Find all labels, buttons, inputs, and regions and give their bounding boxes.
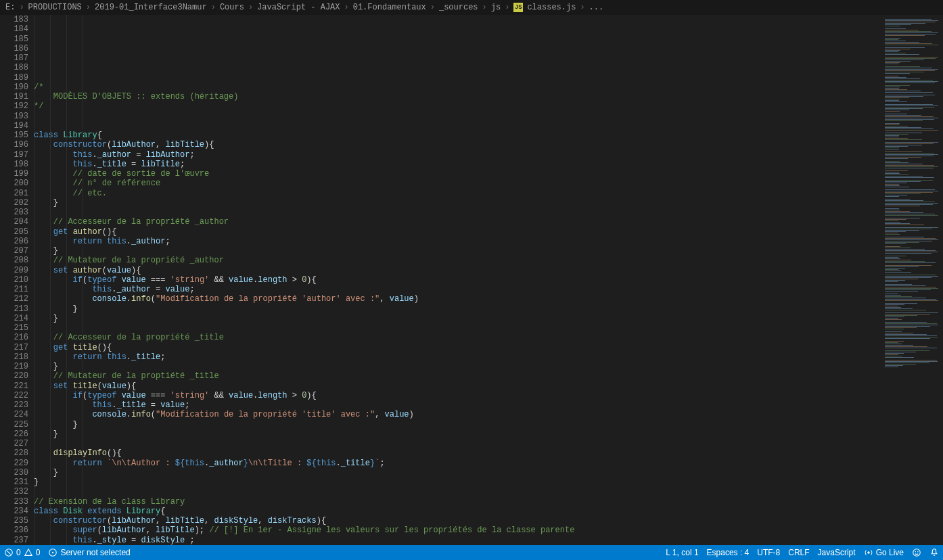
code-line[interactable]: /* [34,83,881,92]
breadcrumb-segment[interactable]: _sources [439,0,478,15]
line-number[interactable]: 218 [0,352,28,362]
line-number[interactable]: 206 [0,237,28,246]
code-line[interactable]: if(typeof value === 'string' && value.le… [34,275,881,285]
line-number[interactable]: 223 [0,400,28,410]
breadcrumb[interactable]: E:›PRODUCTIONS›2019-01_Interface3Namur›C… [0,0,943,15]
code-line[interactable] [34,208,881,217]
code-line[interactable]: } [34,429,881,439]
encoding[interactable]: UTF-8 [757,548,780,557]
line-number[interactable]: 207 [0,246,28,256]
code-line[interactable]: if(typeof value === 'string' && value.le… [34,391,881,400]
code-line[interactable]: this._title = value; [34,400,881,410]
notifications[interactable] [929,548,939,557]
line-number[interactable]: 231 [0,477,28,487]
code-line[interactable]: // Exension de la class Library [34,497,881,507]
line-number[interactable]: 189 [0,73,28,83]
line-number[interactable]: 186 [0,44,28,53]
line-number[interactable]: 196 [0,140,28,149]
code-line[interactable]: get title(){ [34,343,881,352]
code-line[interactable]: return this._author; [34,237,881,246]
cursor-position[interactable]: L 1, col 1 [666,548,698,557]
line-number[interactable]: 184 [0,24,28,34]
code-line[interactable]: // Accesseur de la propriété _title [34,333,881,342]
line-number[interactable]: 234 [0,507,28,516]
code-line[interactable]: } [34,468,881,477]
code-line[interactable]: } [34,420,881,429]
line-number[interactable]: 205 [0,227,28,237]
code-line[interactable] [34,73,881,83]
code-line[interactable] [34,112,881,121]
breadcrumb-segment[interactable]: 01.Fondamentaux [353,0,426,15]
code-line[interactable]: return `\n\tAuthor : ${this._author}\n\t… [34,459,881,468]
code-line[interactable]: console.info("Modification de la proprié… [34,410,881,419]
code-line[interactable]: class Library{ [34,131,881,140]
breadcrumb-segment[interactable]: 2019-01_Interface3Namur [95,0,207,15]
eol[interactable]: CRLF [788,548,809,557]
line-number[interactable]: 235 [0,516,28,526]
line-number[interactable]: 195 [0,131,28,140]
code-line[interactable] [34,487,881,496]
line-number-gutter[interactable]: 1831841851861871881891901911921931941951… [0,15,34,545]
code-editor[interactable]: /* MODÈLES D'OBJETS :: extends (héritage… [34,15,881,545]
code-line[interactable]: } [34,198,881,208]
line-number[interactable]: 220 [0,371,28,381]
code-line[interactable]: */ [34,101,881,111]
code-line[interactable]: set author(value){ [34,266,881,275]
breadcrumb-more[interactable]: ... [589,0,604,15]
line-number[interactable]: 209 [0,266,28,275]
line-number[interactable]: 233 [0,497,28,507]
code-line[interactable]: this._style = diskStyle ; [34,536,881,545]
breadcrumb-file[interactable]: classes.js [527,0,576,15]
code-line[interactable] [34,323,881,333]
line-number[interactable]: 201 [0,189,28,198]
code-line[interactable]: console.info("Modification de la proprié… [34,294,881,304]
line-number[interactable]: 224 [0,410,28,419]
code-line[interactable]: // Accesseur de la propriété _author [34,217,881,227]
line-number[interactable]: 200 [0,179,28,188]
code-line[interactable]: // Mutateur de la propriété _author [34,256,881,265]
line-number[interactable]: 197 [0,150,28,160]
line-number[interactable]: 213 [0,304,28,314]
code-line[interactable]: } [34,362,881,371]
line-number[interactable]: 202 [0,198,28,208]
breadcrumb-segment[interactable]: JavaScript - AJAX [257,0,340,15]
line-number[interactable]: 192 [0,101,28,111]
code-line[interactable]: this._author = libAuthor; [34,150,881,160]
line-number[interactable]: 236 [0,526,28,535]
line-number[interactable]: 211 [0,285,28,294]
language-mode[interactable]: JavaScript [818,548,856,557]
line-number[interactable]: 194 [0,121,28,131]
line-number[interactable]: 229 [0,459,28,468]
line-number[interactable]: 188 [0,63,28,72]
line-number[interactable]: 227 [0,439,28,448]
line-number[interactable]: 190 [0,83,28,92]
line-number[interactable]: 215 [0,323,28,333]
breadcrumb-segment[interactable]: Cours [220,0,244,15]
line-number[interactable]: 225 [0,420,28,429]
code-line[interactable] [34,439,881,448]
code-line[interactable]: } [34,304,881,314]
code-line[interactable]: } [34,477,881,487]
line-number[interactable]: 212 [0,294,28,304]
line-number[interactable]: 210 [0,275,28,285]
server-status[interactable]: Server not selected [48,548,130,557]
feedback[interactable] [912,548,921,557]
line-number[interactable]: 219 [0,362,28,371]
line-number[interactable]: 222 [0,391,28,400]
code-line[interactable]: // Mutateur de la proptiété _title [34,371,881,381]
breadcrumb-segment[interactable]: js [491,0,501,15]
code-line[interactable]: constructor(libAuthor, libTitle, diskSty… [34,516,881,526]
code-line[interactable]: // n° de référence [34,179,881,188]
line-number[interactable]: 185 [0,34,28,44]
line-number[interactable]: 208 [0,256,28,265]
code-line[interactable]: get author(){ [34,227,881,237]
line-number[interactable]: 237 [0,536,28,545]
code-line[interactable]: } [34,246,881,256]
line-number[interactable]: 191 [0,92,28,101]
code-line[interactable]: // date de sortie de l'œuvre [34,169,881,179]
line-number[interactable]: 221 [0,381,28,391]
line-number[interactable]: 214 [0,314,28,323]
code-line[interactable] [34,121,881,131]
breadcrumb-segment[interactable]: PRODUCTIONS [28,0,82,15]
line-number[interactable]: 187 [0,53,28,63]
